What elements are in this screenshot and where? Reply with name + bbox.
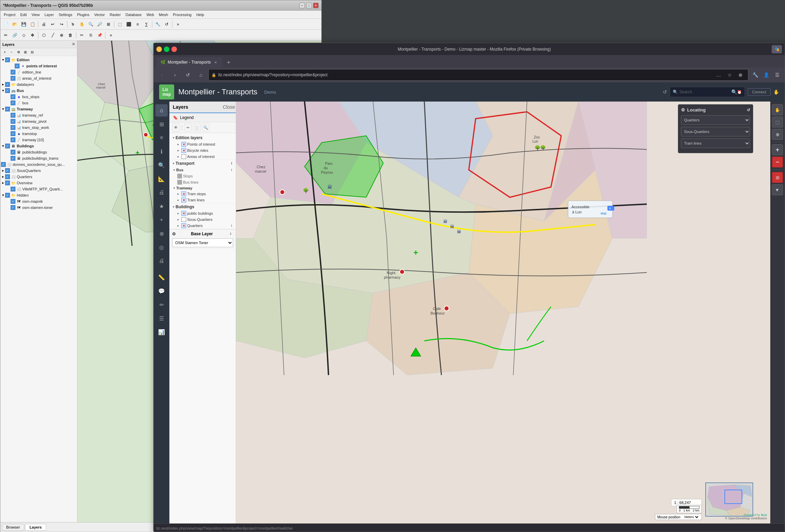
tree-check-tram[interactable]: ✓ [5, 107, 10, 111]
quartiers-toggle[interactable]: ✕ [181, 223, 186, 228]
tree-item-bus[interactable]: ✓ ╱ bus [1, 100, 76, 106]
menu-processing[interactable]: Processing [171, 12, 193, 17]
delete-btn[interactable]: 🗑 [66, 31, 75, 39]
tree-check-poi[interactable]: ✓ [15, 64, 20, 68]
attr-table-btn[interactable]: ≡ [133, 20, 142, 28]
menu-web[interactable]: Web [144, 12, 156, 17]
refresh-btn[interactable]: ↺ [163, 20, 171, 28]
filter-btn[interactable]: 🔍 [202, 124, 209, 131]
bus-group-item[interactable]: ▼ Bus ℹ [169, 167, 236, 173]
nav-profile-btn[interactable]: 👤 [761, 70, 771, 80]
menu-layer[interactable]: Layer [42, 12, 56, 17]
tree-check-tramstop[interactable]: ✓ [11, 131, 15, 136]
tree-check-hidden[interactable]: ✓ [5, 193, 10, 198]
tram-lines-select[interactable]: Tram lines [681, 138, 750, 148]
tree-group-buildings[interactable]: ▼ ✓ 🏛 Buildings [1, 143, 76, 149]
stat-btn[interactable]: ∑ [142, 20, 151, 28]
tree-item-sousquartiers[interactable]: ► ✓ ⬜ SousQuartiers [1, 168, 76, 174]
tree-check-osm-mapnik[interactable]: ✓ [11, 199, 15, 204]
lizmap-map-area[interactable]: Accessible à Lun stop Chez marcel Parc d… [236, 102, 770, 523]
copy-btn[interactable]: ⎘ [87, 31, 95, 39]
tree-check-bus[interactable]: ✓ [5, 88, 10, 93]
tree-item-tram-stop-work[interactable]: ✓ 📊 tram_stop_work [1, 124, 76, 131]
cut-btn[interactable]: ✂ [78, 31, 86, 39]
redo-btn[interactable]: ↪ [57, 20, 66, 28]
tree-group-hidden[interactable]: ▼ ✓ 📁 Hidden [1, 192, 76, 198]
tree-item-tram-pivot[interactable]: ✓ 📊 tramway_pivot [1, 118, 76, 124]
tree-item-tram-ref[interactable]: ✓ 📊 tramway_ref [1, 112, 76, 118]
unit-select[interactable]: Meters [683, 515, 699, 519]
poi-toggle[interactable]: ✕ [181, 142, 186, 147]
tree-item-publicbuildings[interactable]: ✓ 🏛 publicbuildings [1, 149, 76, 155]
pencil-btn[interactable]: ✏ [184, 124, 192, 131]
tree-item-bus-stops[interactable]: ✓ ■ bus_stops [1, 94, 76, 100]
tree-item-donnes[interactable]: ✓ ⬜ donnes_sociodemo_sous_qu... [1, 161, 76, 168]
tree-check-tram-pivot[interactable]: ✓ [11, 119, 15, 124]
firefox-tab-close-btn[interactable]: ✕ [213, 59, 218, 65]
layer-item-bicycle[interactable]: ► ✕ Bicycle rides [169, 147, 236, 154]
sidebar-list-btn[interactable]: ☰ [155, 312, 168, 324]
buslines-toggle[interactable] [177, 180, 182, 185]
sidebar-home-btn[interactable]: ⌂ [155, 104, 168, 117]
new-tab-btn[interactable]: + [224, 58, 233, 67]
sidebar-ruler-btn[interactable]: 📏 [155, 271, 168, 283]
right-zoom-extent-btn[interactable]: ⊞ [772, 172, 783, 183]
tramway-group-item[interactable]: ▼ Tramway [169, 185, 236, 191]
sidebar-edit-btn[interactable]: ✏ [155, 298, 168, 311]
tree-check-publicbuildings-trams[interactable]: ✓ [11, 156, 15, 161]
menu-plugins[interactable]: Plugins [75, 12, 91, 17]
sidebar-chat-btn[interactable]: 💬 [155, 285, 168, 297]
qgis-maximize-btn[interactable]: □ [306, 3, 312, 8]
tram-lines-item[interactable]: ► ✕ Tram lines [169, 197, 236, 203]
tree-item-osm-stamen[interactable]: ✓ 🗺 osm-stamen-toner [1, 204, 76, 211]
tree-check-donnes[interactable]: ✓ [1, 162, 6, 167]
zoom-out-btn[interactable]: 🔎 [95, 20, 104, 28]
tree-item-edition-line[interactable]: ✓ ╱ edition_line [1, 69, 76, 75]
open-project-btn[interactable]: 📂 [11, 20, 19, 28]
locating-refresh-icon[interactable]: ↺ [747, 108, 750, 112]
sidebar-search-btn[interactable]: 🔍 [155, 159, 168, 171]
quartiers-select[interactable]: Quartiers [681, 115, 750, 125]
sous-quartiers-select[interactable]: Sous-Quartiers [681, 127, 750, 136]
right-plus-btn[interactable]: + [772, 144, 783, 155]
tree-item-tramstop[interactable]: ✓ ■ tramstop [1, 131, 76, 137]
tree-group-bus[interactable]: ▼ ✓ 🚌 Bus [1, 88, 76, 94]
bus-stops-item[interactable]: Stops [169, 173, 236, 179]
tree-group-overview[interactable]: ► ✓ 📁 Overview [1, 180, 76, 186]
tree-check-overview[interactable]: ✓ [5, 181, 10, 185]
sidebar-geoloc-btn[interactable]: ◎ [155, 241, 168, 253]
tramstops-toggle[interactable]: ✕ [181, 191, 186, 196]
tree-check-osm-stamen[interactable]: ✓ [11, 205, 15, 210]
right-hand-btn[interactable]: ✋ [772, 104, 783, 115]
menu-raster[interactable]: Raster [107, 12, 123, 17]
tree-check-publicbuildings[interactable]: ✓ [11, 150, 15, 155]
tree-check-edition[interactable]: ✓ [5, 57, 10, 62]
remove-layer-btn[interactable]: − [9, 49, 15, 55]
sous-quartiers-toggle[interactable] [181, 217, 186, 222]
filter-layers-btn[interactable]: ⚙ [15, 49, 22, 55]
tree-check-datalayers[interactable]: ✓ [5, 82, 10, 87]
undo-btn[interactable]: ↩ [49, 20, 57, 28]
menu-settings[interactable]: Settings [56, 12, 74, 17]
paste-btn[interactable]: 📌 [95, 31, 104, 39]
sidebar-print2-btn[interactable]: 🖨 [155, 255, 168, 267]
nav-back-btn[interactable]: ‹ [156, 69, 167, 80]
tab-layers[interactable]: Layers [25, 524, 46, 531]
firefox-tab-active[interactable]: 🌿 Montpellier - Transports ✕ [156, 57, 222, 67]
sous-quartiers-item[interactable]: ► Sous-Quartiers [169, 216, 236, 223]
menu-help[interactable]: Help [194, 12, 206, 17]
pan-btn[interactable]: ✋ [78, 20, 86, 28]
menu-view[interactable]: View [29, 12, 42, 17]
expand-all-btn[interactable]: ⊞ [22, 49, 28, 55]
tab-browser[interactable]: Browser [2, 524, 24, 531]
tree-check-edition-line[interactable]: ✓ [11, 70, 15, 75]
sidebar-info-btn[interactable]: ℹ [155, 145, 168, 158]
more2-btn[interactable]: » [107, 31, 115, 39]
menu-project[interactable]: Project [2, 12, 17, 17]
sidebar-zoom-btn[interactable]: ⊕ [155, 227, 168, 240]
digitize-btn[interactable]: ✏ [2, 31, 10, 39]
sidebar-bookmark-btn[interactable]: ★ [155, 200, 168, 212]
nav-reader-icon[interactable]: ☆ [725, 70, 734, 80]
add-polygon-btn[interactable]: ⬡ [40, 31, 48, 39]
add-layer-btn[interactable]: + [2, 49, 8, 55]
